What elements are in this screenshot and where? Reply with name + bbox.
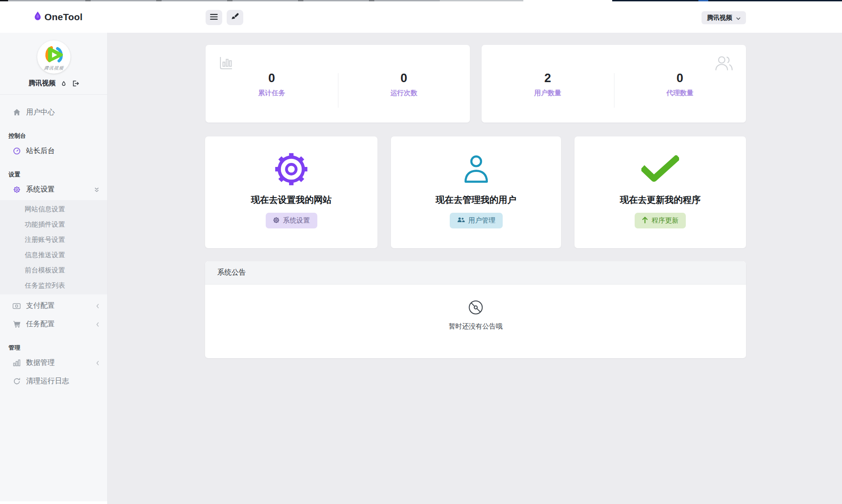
metric-value: 0 (338, 72, 470, 84)
strip-segment (440, 0, 523, 1)
action-card-site-settings: 现在去设置我的网站 系统设置 (205, 136, 377, 248)
strip-segment (369, 0, 374, 1)
brand-name: OneTool (44, 12, 83, 22)
section-header-console: 控制台 (9, 132, 107, 140)
sidebar-menu: 用户中心 控制台 站长后台 设置 系统设置 网站信息设置 功能插件设置 (0, 95, 107, 390)
strip-segment (156, 0, 162, 1)
button-label: 用户管理 (469, 216, 496, 225)
metric-run-count: 0 运行次数 (338, 45, 470, 123)
metric-label: 累计任务 (206, 89, 338, 97)
metric-value: 2 (482, 72, 614, 84)
empty-state-text: 暂时还没有公告哦 (205, 322, 746, 331)
chevron-double-down-icon (94, 187, 99, 193)
metric-divider (614, 73, 614, 108)
sidebar-item-system-settings[interactable]: 系统设置 (0, 180, 107, 199)
metric-label: 运行次数 (338, 89, 470, 97)
stats-card-tasks: 0 累计任务 0 运行次数 (206, 45, 470, 123)
cart-icon (12, 320, 21, 328)
bar-chart-icon (12, 359, 21, 367)
action-card-user-management: 现在去管理我的用户 用户管理 (391, 136, 561, 248)
strip-segment (298, 0, 303, 1)
chevron-left-icon (96, 322, 99, 327)
strip-segment (612, 0, 842, 1)
drop-icon[interactable] (61, 80, 67, 87)
section-header-manage: 管理 (9, 344, 107, 352)
arrow-up-icon (642, 216, 648, 225)
sidebar-subitem-plugins[interactable]: 功能插件设置 (0, 217, 107, 232)
logout-icon[interactable] (72, 80, 79, 87)
sidebar-item-clear-logs[interactable]: 清理运行日志 (0, 372, 107, 390)
sidebar-item-label: 任务配置 (26, 320, 55, 329)
bar-chart-stat-icon (219, 56, 233, 72)
sidebar-item-label: 站长后台 (26, 146, 55, 156)
gear-small-icon (273, 217, 280, 225)
strip-segment (85, 0, 91, 1)
strip-segment (523, 0, 612, 1)
announcement-panel: 系统公告 暂时还没有公告哦 (205, 261, 746, 358)
sidebar-item-task-config[interactable]: 任务配置 (0, 315, 107, 333)
announcement-header: 系统公告 (205, 261, 746, 285)
strip-segment (0, 0, 8, 1)
section-header-settings: 设置 (9, 171, 107, 179)
sidebar-toggle-button[interactable] (206, 10, 222, 25)
home-icon (12, 109, 21, 116)
system-settings-submenu: 网站信息设置 功能插件设置 注册账号设置 信息推送设置 前台模板设置 任务监控列… (0, 200, 107, 294)
system-settings-button[interactable]: 系统设置 (266, 213, 317, 228)
button-label: 程序更新 (652, 216, 679, 225)
sidebar-item-label: 清理运行日志 (26, 377, 69, 386)
check-big-icon (641, 149, 679, 190)
sidebar-subitem-register[interactable]: 注册账号设置 (0, 232, 107, 247)
profile-name: 腾讯视频 (29, 79, 56, 88)
logo-caption: 腾讯视频 (37, 65, 70, 71)
sidebar-item-label: 支付配置 (26, 301, 55, 311)
stats-card-users: 2 用户数量 0 代理数量 (482, 45, 746, 123)
hamburger-icon (210, 13, 218, 22)
action-card-program-update: 现在去更新我的程序 程序更新 (574, 136, 746, 248)
profile-row: 腾讯视频 (0, 79, 107, 88)
onetool-drop-icon (34, 11, 41, 22)
gear-big-icon (272, 149, 311, 190)
browser-edge-strip (0, 0, 842, 1)
sidebar: 腾讯视频 腾讯视频 用户中心 控制台 站长后台 设置 (0, 33, 108, 504)
action-title: 现在去管理我的用户 (436, 194, 517, 206)
strip-segment (8, 0, 440, 1)
no-data-icon (466, 311, 486, 319)
sidebar-item-user-center[interactable]: 用户中心 (0, 103, 107, 122)
sidebar-subitem-site-info[interactable]: 网站信息设置 (0, 202, 107, 217)
brand[interactable]: OneTool (34, 11, 83, 22)
program-update-button[interactable]: 程序更新 (635, 213, 686, 228)
people-stat-icon (714, 55, 734, 73)
banknote-icon (12, 303, 21, 309)
metric-label: 代理数量 (614, 89, 746, 97)
chevron-left-icon (96, 360, 99, 366)
sidebar-item-label: 系统设置 (26, 185, 55, 194)
strip-segment (227, 0, 232, 1)
people-small-icon (457, 217, 465, 224)
sidebar-subitem-template[interactable]: 前台模板设置 (0, 263, 107, 278)
gear-icon (12, 186, 21, 193)
brush-icon (231, 13, 239, 22)
announcement-body: 暂时还没有公告哦 (205, 285, 746, 358)
metric-user-count: 2 用户数量 (482, 45, 614, 123)
action-title: 现在去更新我的程序 (620, 194, 701, 206)
main-content: 0 累计任务 0 运行次数 2 用户数量 0 代理数量 (108, 33, 842, 504)
sidebar-item-payment-config[interactable]: 支付配置 (0, 297, 107, 315)
metric-value: 0 (206, 72, 338, 84)
metric-value: 0 (614, 72, 746, 84)
top-navbar: OneTool 腾讯视频 (0, 1, 842, 33)
metric-label: 用户数量 (482, 89, 614, 97)
sidebar-subitem-push[interactable]: 信息推送设置 (0, 247, 107, 263)
theme-brush-button[interactable] (227, 10, 243, 25)
user-management-button[interactable]: 用户管理 (450, 213, 503, 228)
speedometer-icon (12, 147, 21, 155)
sidebar-item-data-manage[interactable]: 数据管理 (0, 354, 107, 372)
sidebar-item-label: 数据管理 (26, 358, 55, 368)
sidebar-item-webmaster[interactable]: 站长后台 (0, 142, 107, 160)
workspace-dropdown[interactable]: 腾讯视频 (702, 11, 746, 24)
sidebar-bottom-strip (0, 501, 107, 504)
action-title: 现在去设置我的网站 (251, 194, 332, 206)
button-label: 系统设置 (283, 216, 310, 225)
workspace-name: 腾讯视频 (707, 14, 732, 22)
chevron-down-icon (736, 14, 741, 22)
sidebar-subitem-task-monitor[interactable]: 任务监控列表 (0, 278, 107, 293)
